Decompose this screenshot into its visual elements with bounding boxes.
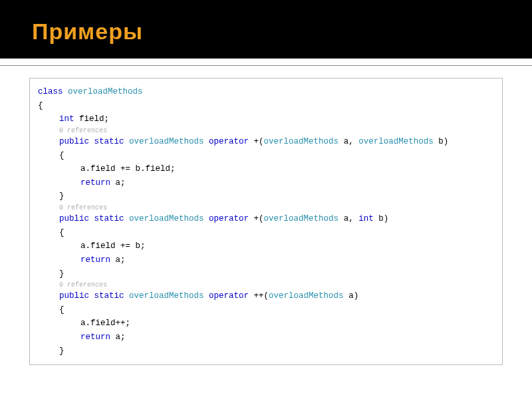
code-lens: 0 references xyxy=(38,126,494,135)
type-name: overloadMethods xyxy=(264,137,339,146)
type-name: overloadMethods xyxy=(129,214,204,223)
code-line: } xyxy=(38,267,494,281)
divider-line xyxy=(0,65,532,66)
keyword: int xyxy=(358,214,374,223)
code-text: +( xyxy=(254,137,264,146)
code-text: a, xyxy=(338,214,358,223)
keyword: return xyxy=(80,332,110,342)
code-line: int field; xyxy=(38,112,494,126)
code-line: a.field += b.field; xyxy=(38,162,494,176)
keyword: class xyxy=(38,87,63,96)
code-lens: 0 references xyxy=(38,203,494,212)
slide-title: Примеры xyxy=(32,19,500,45)
code-line: { xyxy=(38,99,494,113)
code-line: { xyxy=(38,149,494,163)
code-line: } xyxy=(38,344,494,358)
type-name: overloadMethods xyxy=(68,87,143,96)
type-name: overloadMethods xyxy=(129,291,204,301)
code-text: a; xyxy=(110,255,126,265)
code-line: { xyxy=(38,303,494,317)
keyword: operator xyxy=(204,214,254,223)
slide-header: Примеры xyxy=(0,0,532,59)
type-name: overloadMethods xyxy=(269,291,344,301)
type-name: overloadMethods xyxy=(264,214,339,223)
code-line: public static overloadMethods operator +… xyxy=(38,289,494,303)
keyword: public static xyxy=(59,214,129,223)
code-lens: 0 references xyxy=(38,281,494,289)
code-line: public static overloadMethods operator +… xyxy=(38,135,494,149)
code-text: a; xyxy=(110,332,126,342)
code-text: ++( xyxy=(254,291,269,301)
keyword: public static xyxy=(59,291,129,301)
code-line: public static overloadMethods operator +… xyxy=(38,212,494,226)
code-line: return a; xyxy=(38,176,494,190)
code-line: class overloadMethods xyxy=(38,85,494,99)
type-name: overloadMethods xyxy=(129,137,204,146)
code-line: { xyxy=(38,226,494,240)
code-line: a.field++; xyxy=(38,317,494,331)
code-text: a; xyxy=(110,178,126,188)
keyword: return xyxy=(80,255,110,265)
code-text: b) xyxy=(434,137,449,146)
keyword: operator xyxy=(204,291,254,301)
code-text: a) xyxy=(344,291,359,301)
keyword: public static xyxy=(59,137,129,146)
code-text: b) xyxy=(374,214,389,223)
code-line: } xyxy=(38,190,494,203)
keyword: return xyxy=(80,178,110,188)
code-line: return a; xyxy=(38,331,494,344)
code-text: +( xyxy=(254,214,264,223)
keyword: operator xyxy=(204,137,254,146)
keyword: int xyxy=(59,114,74,124)
type-name: overloadMethods xyxy=(358,137,434,146)
code-text: a, xyxy=(338,137,358,146)
code-text: field; xyxy=(74,114,110,124)
code-line: a.field += b; xyxy=(38,239,494,253)
code-block: class overloadMethods { int field; 0 ref… xyxy=(29,78,503,365)
code-line: return a; xyxy=(38,253,494,267)
